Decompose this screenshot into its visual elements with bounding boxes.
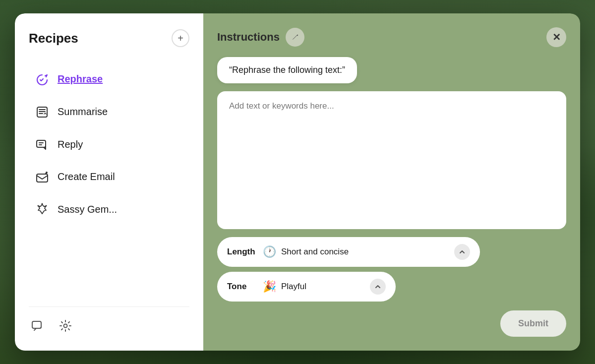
reply-icon xyxy=(35,137,50,152)
svg-point-7 xyxy=(46,205,47,207)
modal-container: Recipes + Rephrase xyxy=(15,13,580,351)
panel-header: Instructions ✕ xyxy=(217,27,566,47)
svg-point-8 xyxy=(38,205,39,207)
controls-section: Length 🕐 Short and concise Tone 🎉 Playfu… xyxy=(217,237,566,302)
tone-value: Playful xyxy=(281,282,306,292)
svg-point-11 xyxy=(64,324,67,328)
sidebar-item-sassy-gem[interactable]: Sassy Gem... xyxy=(29,195,189,224)
sidebar-item-summarise[interactable]: Summarise xyxy=(29,98,189,126)
sidebar-item-create-email[interactable]: Create Email xyxy=(29,163,189,191)
sidebar-item-sassy-gem-label: Sassy Gem... xyxy=(58,204,117,215)
sidebar-item-summarise-label: Summarise xyxy=(58,106,108,118)
sidebar-item-reply[interactable]: Reply xyxy=(29,130,189,159)
length-value-group: 🕐 Short and concise xyxy=(263,245,448,258)
svg-point-9 xyxy=(42,203,43,205)
tone-emoji: 🎉 xyxy=(263,280,276,293)
gem-icon xyxy=(35,202,50,217)
panel-title-group: Instructions xyxy=(217,28,304,47)
sidebar: Recipes + Rephrase xyxy=(15,13,203,351)
text-input[interactable] xyxy=(217,91,566,229)
sidebar-item-create-email-label: Create Email xyxy=(58,171,115,182)
instruction-bubble: “Rephrase the following text:” xyxy=(217,57,357,83)
summarise-icon xyxy=(35,105,50,120)
length-chevron-button[interactable] xyxy=(454,244,470,260)
length-value: Short and concise xyxy=(281,247,349,257)
tone-label: Tone xyxy=(227,282,257,292)
sidebar-item-rephrase[interactable]: Rephrase xyxy=(29,65,189,94)
bottom-row: Submit xyxy=(217,310,566,337)
tone-chevron-button[interactable] xyxy=(370,279,386,295)
rephrase-icon xyxy=(35,72,50,87)
sidebar-footer xyxy=(29,306,189,335)
sidebar-item-rephrase-label: Rephrase xyxy=(58,73,103,85)
email-icon xyxy=(35,170,50,184)
main-panel: Instructions ✕ “Rephrase the following t… xyxy=(203,13,580,351)
sidebar-title: Recipes xyxy=(29,31,78,46)
add-recipe-button[interactable]: + xyxy=(172,29,189,47)
submit-button[interactable]: Submit xyxy=(500,310,566,337)
length-emoji: 🕐 xyxy=(263,245,276,258)
tone-value-group: 🎉 Playful xyxy=(263,280,364,293)
svg-rect-10 xyxy=(32,321,41,328)
length-control: Length 🕐 Short and concise xyxy=(217,237,480,267)
close-button[interactable]: ✕ xyxy=(546,27,566,47)
settings-icon[interactable] xyxy=(57,317,74,335)
length-label: Length xyxy=(227,247,257,257)
chat-icon[interactable] xyxy=(29,317,47,335)
svg-point-6 xyxy=(46,172,48,174)
svg-rect-5 xyxy=(37,174,48,182)
sidebar-header: Recipes + xyxy=(29,29,189,47)
svg-rect-4 xyxy=(37,140,46,147)
edit-button[interactable] xyxy=(286,28,304,47)
tone-control: Tone 🎉 Playful xyxy=(217,272,396,302)
sidebar-item-reply-label: Reply xyxy=(58,139,83,150)
panel-title: Instructions xyxy=(217,31,280,44)
recipe-list: Rephrase Summarise xyxy=(29,65,189,306)
